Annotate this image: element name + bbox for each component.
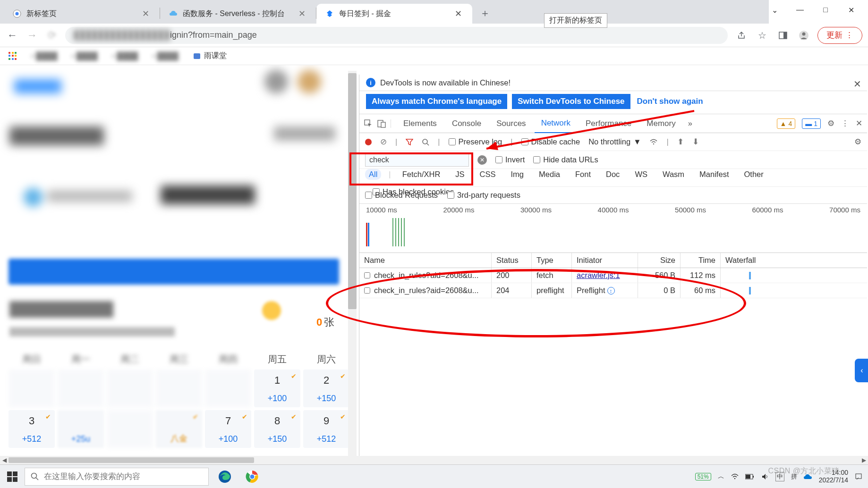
preserve-log-checkbox[interactable]: Preserve log [449,137,502,146]
volume-icon[interactable] [761,473,769,480]
type-wasm[interactable]: Wasm [659,169,688,180]
battery-tray-icon[interactable] [745,474,755,480]
calendar-day[interactable]: ✔ 八金 [156,410,202,448]
type-all[interactable]: All [365,169,381,180]
calendar-day[interactable]: ✔ 2 +150 [303,370,349,407]
bookmark-item[interactable]: ▪ ████ [71,52,97,60]
apps-icon[interactable] [9,52,17,60]
tab-serverless[interactable]: 函数服务 - Serverless - 控制台 ✕ [160,4,316,24]
wifi-icon[interactable] [731,473,739,480]
reload-button[interactable]: ⟳ [45,29,59,42]
type-doc[interactable]: Doc [602,169,623,180]
dont-show-button[interactable]: Don't show again [635,94,705,109]
filter-input[interactable] [365,153,469,167]
minimize-icon[interactable]: ― [794,6,806,15]
device-icon[interactable] [377,119,386,128]
more-icon[interactable]: ⋮ [841,119,849,128]
tab-juejin-active[interactable]: 每日签到 - 掘金 ✕ [316,4,472,24]
row-checkbox[interactable] [364,272,370,278]
side-tab-button[interactable]: ‹ [855,359,868,382]
type-other[interactable]: Other [740,169,767,180]
tab-sources[interactable]: Sources [490,114,532,133]
calendar-day[interactable]: +25u [58,410,104,448]
update-button[interactable]: 更新 ⋮ [817,27,862,44]
chrome-icon[interactable] [241,465,264,488]
search-icon[interactable] [422,138,429,146]
bookmark-yuketang[interactable]: 雨课堂 [193,51,227,61]
type-img[interactable]: Img [507,169,528,180]
clear-filter-icon[interactable]: ✕ [477,155,487,165]
throttling-select[interactable]: No throttling▼ [588,137,641,146]
taskbar-search[interactable]: 在这里输入你要搜索的内容 [25,468,209,486]
more-tabs-icon[interactable]: » [684,119,696,128]
tab-elements[interactable]: Elements [397,114,443,133]
type-js[interactable]: JS [451,169,468,180]
switch-language-button[interactable]: Switch DevTools to Chinese [512,94,630,109]
url-field[interactable]: ████████████████ ignin?from=main_page [65,27,728,44]
calendar-day[interactable]: ✔ 9 +512 [303,410,349,448]
page-scrollbar[interactable] [348,71,357,457]
close-icon[interactable]: ✕ [453,8,464,19]
horizontal-scrollbar[interactable]: ◀ ▶ [0,456,868,464]
back-button[interactable]: ← [6,29,19,42]
close-icon[interactable]: ✕ [856,119,862,128]
bookmark-item[interactable]: ▪ ████ [152,52,178,60]
disable-cache-checkbox[interactable]: Disable cache [521,137,580,146]
primary-button-blurred[interactable] [9,259,339,285]
tab-network[interactable]: Network [535,115,577,133]
close-icon[interactable]: ✕ [140,8,151,19]
issues-badge[interactable]: ▬ 1 [802,118,821,129]
maximize-icon[interactable]: □ [820,6,831,15]
calendar-day[interactable] [107,410,153,448]
download-icon[interactable]: ⬇ [692,137,699,146]
calendar-day[interactable]: ✔ 1 +100 [254,370,300,407]
chevron-up-icon[interactable]: ︿ [718,472,724,481]
always-match-button[interactable]: Always match Chrome's language [366,94,507,109]
close-icon[interactable]: ✕ [853,78,861,90]
table-row[interactable]: check_in_rules?aid=2608&u... 204 preflig… [359,283,867,298]
calendar-day[interactable]: ✔ 3 +512 [9,410,55,448]
calendar-day[interactable]: ✔ 8 +150 [254,410,300,448]
tab-console[interactable]: Console [445,114,488,133]
tab-new[interactable]: 新标签页 ✕ [4,4,160,24]
star-icon[interactable]: ☆ [755,28,769,42]
type-ws[interactable]: WS [631,169,651,180]
blocked-requests-checkbox[interactable]: Blocked Requests [365,191,438,200]
gear-icon[interactable]: ⚙ [827,119,834,128]
inspect-icon[interactable] [364,119,373,128]
clear-icon[interactable]: ⊘ [380,137,387,146]
sidepanel-icon[interactable] [776,28,790,42]
upload-icon[interactable]: ⬆ [677,137,684,146]
initiator-link[interactable]: acrawler.js:1 [577,271,620,280]
share-icon[interactable] [734,28,749,42]
hide-data-urls-checkbox[interactable]: Hide data URLs [533,155,598,164]
type-font[interactable]: Font [571,169,595,180]
close-window-icon[interactable]: ✕ [845,6,857,15]
new-tab-button[interactable]: ＋ [476,4,494,22]
type-media[interactable]: Media [535,169,564,180]
edge-icon[interactable] [213,465,236,488]
bookmark-item[interactable]: ▪ ████ [112,52,138,60]
invert-checkbox[interactable]: Invert [495,155,525,164]
filter-icon[interactable] [406,138,413,146]
row-checkbox[interactable] [364,287,370,294]
tab-memory[interactable]: Memory [640,114,682,133]
type-fetch[interactable]: Fetch/XHR [399,169,444,180]
chevron-down-icon[interactable]: ⌄ [769,6,780,15]
wifi-icon[interactable] [649,138,658,146]
close-icon[interactable]: ✕ [297,8,307,19]
bookmark-item[interactable]: ▪ ████ [31,52,57,60]
warnings-badge[interactable]: ▲ 4 [777,118,796,129]
tab-performance[interactable]: Performance [579,114,638,133]
network-timeline[interactable]: 10000 ms 20000 ms 30000 ms 40000 ms 5000… [359,204,867,253]
battery-icon[interactable]: 51% [695,473,711,480]
type-css[interactable]: CSS [476,169,500,180]
calendar-day[interactable]: ✔ 7 +100 [205,410,251,448]
record-button[interactable] [365,139,372,145]
table-row[interactable]: check_in_rules?aid=2608&u... 200 fetch a… [359,268,867,283]
type-manifest[interactable]: Manifest [696,169,732,180]
gear-icon[interactable]: ⚙ [854,137,861,146]
third-party-checkbox[interactable]: 3rd-party requests [447,191,520,200]
notifications-icon[interactable] [855,473,862,480]
profile-icon[interactable] [797,28,811,42]
